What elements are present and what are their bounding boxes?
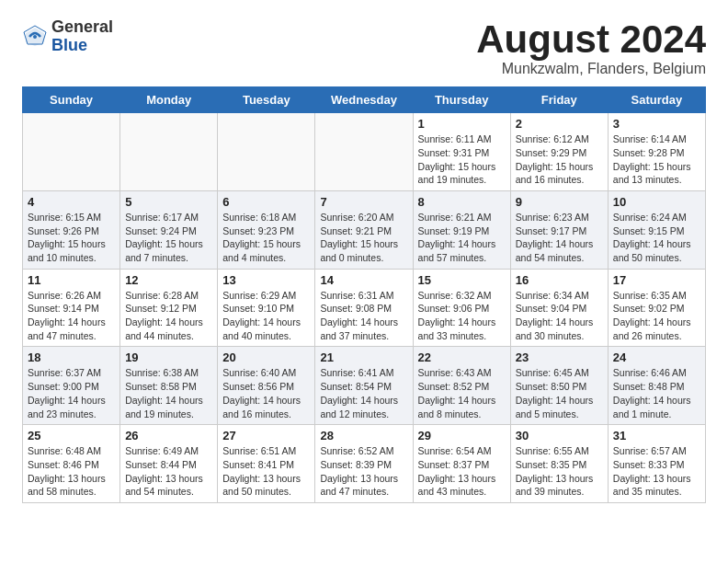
day-number: 16 <box>516 273 603 287</box>
calendar-cell: 17Sunrise: 6:35 AM Sunset: 9:02 PM Dayli… <box>608 269 705 347</box>
calendar-cell: 18Sunrise: 6:37 AM Sunset: 9:00 PM Dayli… <box>23 347 120 425</box>
day-number: 17 <box>613 273 700 287</box>
day-number: 20 <box>222 350 310 364</box>
calendar-row: 1Sunrise: 6:11 AM Sunset: 9:31 PM Daylig… <box>23 113 706 191</box>
weekday-header: Thursday <box>413 87 510 113</box>
calendar-cell: 3Sunrise: 6:14 AM Sunset: 9:28 PM Daylig… <box>608 113 705 191</box>
day-info: Sunrise: 6:49 AM Sunset: 8:44 PM Dayligh… <box>125 444 212 499</box>
day-number: 31 <box>613 429 700 442</box>
day-number: 6 <box>222 195 310 209</box>
calendar-row: 4Sunrise: 6:15 AM Sunset: 9:26 PM Daylig… <box>23 190 706 269</box>
day-info: Sunrise: 6:24 AM Sunset: 9:15 PM Dayligh… <box>613 211 700 265</box>
calendar-cell: 12Sunrise: 6:28 AM Sunset: 9:12 PM Dayli… <box>120 269 218 347</box>
calendar-cell: 25Sunrise: 6:48 AM Sunset: 8:46 PM Dayli… <box>23 425 120 503</box>
calendar-cell: 30Sunrise: 6:55 AM Sunset: 8:35 PM Dayli… <box>510 425 608 503</box>
month-title: August 2024 <box>476 18 706 61</box>
calendar-cell: 22Sunrise: 6:43 AM Sunset: 8:52 PM Dayli… <box>413 347 510 425</box>
day-info: Sunrise: 6:11 AM Sunset: 9:31 PM Dayligh… <box>418 132 506 187</box>
title-block: August 2024 Munkzwalm, Flanders, Belgium <box>476 18 706 77</box>
calendar-row: 11Sunrise: 6:26 AM Sunset: 9:14 PM Dayli… <box>23 269 706 347</box>
logo-general-text: General <box>51 18 113 37</box>
page-header: General Blue August 2024 Munkzwalm, Flan… <box>22 18 706 77</box>
calendar-cell: 6Sunrise: 6:18 AM Sunset: 9:23 PM Daylig… <box>218 190 315 269</box>
calendar-row: 18Sunrise: 6:37 AM Sunset: 9:00 PM Dayli… <box>23 347 706 425</box>
day-info: Sunrise: 6:28 AM Sunset: 9:12 PM Dayligh… <box>125 289 212 343</box>
day-number: 11 <box>28 273 115 287</box>
day-info: Sunrise: 6:57 AM Sunset: 8:33 PM Dayligh… <box>613 444 700 499</box>
day-info: Sunrise: 6:14 AM Sunset: 9:28 PM Dayligh… <box>613 132 700 187</box>
day-info: Sunrise: 6:55 AM Sunset: 8:35 PM Dayligh… <box>516 444 603 499</box>
day-info: Sunrise: 6:46 AM Sunset: 8:48 PM Dayligh… <box>613 366 700 420</box>
day-number: 29 <box>418 429 506 442</box>
day-number: 27 <box>222 429 310 442</box>
calendar-cell <box>218 113 315 191</box>
logo-blue-text: Blue <box>51 37 113 55</box>
svg-point-2 <box>33 35 37 39</box>
day-info: Sunrise: 6:37 AM Sunset: 9:00 PM Dayligh… <box>28 366 115 420</box>
day-info: Sunrise: 6:17 AM Sunset: 9:24 PM Dayligh… <box>125 211 212 265</box>
calendar-cell <box>120 113 218 191</box>
day-number: 19 <box>125 350 212 364</box>
day-info: Sunrise: 6:34 AM Sunset: 9:04 PM Dayligh… <box>516 289 603 343</box>
day-number: 8 <box>418 195 506 209</box>
day-info: Sunrise: 6:45 AM Sunset: 8:50 PM Dayligh… <box>516 366 603 420</box>
day-number: 30 <box>516 429 603 442</box>
logo-text: General Blue <box>51 18 113 55</box>
logo: General Blue <box>22 18 113 55</box>
calendar-cell: 14Sunrise: 6:31 AM Sunset: 9:08 PM Dayli… <box>315 269 413 347</box>
day-info: Sunrise: 6:51 AM Sunset: 8:41 PM Dayligh… <box>222 444 310 499</box>
day-info: Sunrise: 6:38 AM Sunset: 8:58 PM Dayligh… <box>125 366 212 420</box>
day-number: 18 <box>28 350 115 364</box>
day-info: Sunrise: 6:31 AM Sunset: 9:08 PM Dayligh… <box>320 289 407 343</box>
day-info: Sunrise: 6:43 AM Sunset: 8:52 PM Dayligh… <box>418 366 506 420</box>
calendar-cell: 9Sunrise: 6:23 AM Sunset: 9:17 PM Daylig… <box>510 190 608 269</box>
day-info: Sunrise: 6:48 AM Sunset: 8:46 PM Dayligh… <box>28 444 115 499</box>
day-info: Sunrise: 6:12 AM Sunset: 9:29 PM Dayligh… <box>516 132 603 187</box>
day-info: Sunrise: 6:21 AM Sunset: 9:19 PM Dayligh… <box>418 211 506 265</box>
calendar-cell: 16Sunrise: 6:34 AM Sunset: 9:04 PM Dayli… <box>510 269 608 347</box>
calendar-row: 25Sunrise: 6:48 AM Sunset: 8:46 PM Dayli… <box>23 425 706 503</box>
weekday-header: Tuesday <box>218 87 315 113</box>
day-number: 28 <box>320 429 407 442</box>
day-info: Sunrise: 6:52 AM Sunset: 8:39 PM Dayligh… <box>320 444 407 499</box>
day-number: 25 <box>28 429 115 442</box>
day-number: 7 <box>320 195 407 209</box>
day-info: Sunrise: 6:23 AM Sunset: 9:17 PM Dayligh… <box>516 211 603 265</box>
calendar-cell: 4Sunrise: 6:15 AM Sunset: 9:26 PM Daylig… <box>23 190 120 269</box>
day-info: Sunrise: 6:15 AM Sunset: 9:26 PM Dayligh… <box>28 211 115 265</box>
day-number: 10 <box>613 195 700 209</box>
calendar-header-row: SundayMondayTuesdayWednesdayThursdayFrid… <box>23 87 706 113</box>
day-number: 12 <box>125 273 212 287</box>
calendar-cell: 5Sunrise: 6:17 AM Sunset: 9:24 PM Daylig… <box>120 190 218 269</box>
calendar-table: SundayMondayTuesdayWednesdayThursdayFrid… <box>22 86 706 503</box>
day-info: Sunrise: 6:29 AM Sunset: 9:10 PM Dayligh… <box>222 289 310 343</box>
weekday-header: Saturday <box>608 87 705 113</box>
day-info: Sunrise: 6:20 AM Sunset: 9:21 PM Dayligh… <box>320 211 407 265</box>
weekday-header: Wednesday <box>315 87 413 113</box>
day-number: 26 <box>125 429 212 442</box>
calendar-cell: 23Sunrise: 6:45 AM Sunset: 8:50 PM Dayli… <box>510 347 608 425</box>
calendar-cell: 13Sunrise: 6:29 AM Sunset: 9:10 PM Dayli… <box>218 269 315 347</box>
calendar-cell: 1Sunrise: 6:11 AM Sunset: 9:31 PM Daylig… <box>413 113 510 191</box>
day-info: Sunrise: 6:35 AM Sunset: 9:02 PM Dayligh… <box>613 289 700 343</box>
day-info: Sunrise: 6:18 AM Sunset: 9:23 PM Dayligh… <box>222 211 310 265</box>
day-number: 14 <box>320 273 407 287</box>
day-number: 13 <box>222 273 310 287</box>
day-info: Sunrise: 6:26 AM Sunset: 9:14 PM Dayligh… <box>28 289 115 343</box>
calendar-cell: 10Sunrise: 6:24 AM Sunset: 9:15 PM Dayli… <box>608 190 705 269</box>
calendar-cell: 24Sunrise: 6:46 AM Sunset: 8:48 PM Dayli… <box>608 347 705 425</box>
calendar-cell: 27Sunrise: 6:51 AM Sunset: 8:41 PM Dayli… <box>218 425 315 503</box>
day-number: 9 <box>516 195 603 209</box>
calendar-cell <box>315 113 413 191</box>
weekday-header: Monday <box>120 87 218 113</box>
day-number: 1 <box>418 117 506 131</box>
day-number: 22 <box>418 350 506 364</box>
calendar-cell: 2Sunrise: 6:12 AM Sunset: 9:29 PM Daylig… <box>510 113 608 191</box>
calendar-cell: 20Sunrise: 6:40 AM Sunset: 8:56 PM Dayli… <box>218 347 315 425</box>
day-info: Sunrise: 6:40 AM Sunset: 8:56 PM Dayligh… <box>222 366 310 420</box>
calendar-cell: 19Sunrise: 6:38 AM Sunset: 8:58 PM Dayli… <box>120 347 218 425</box>
day-number: 4 <box>28 195 115 209</box>
weekday-header: Friday <box>510 87 608 113</box>
calendar-cell: 26Sunrise: 6:49 AM Sunset: 8:44 PM Dayli… <box>120 425 218 503</box>
day-number: 23 <box>516 350 603 364</box>
